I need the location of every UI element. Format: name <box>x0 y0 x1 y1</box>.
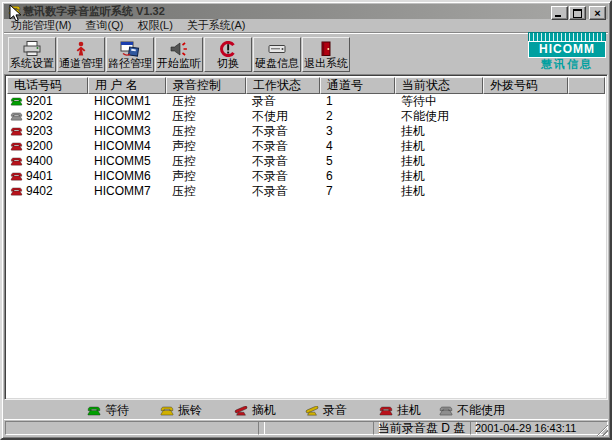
col-header-rec-control[interactable]: 录音控制 <box>166 77 246 94</box>
yellow-phone-icon <box>160 406 174 416</box>
table-row[interactable]: 9203 HICOMM3 压控 不录音 3 挂机 <box>7 124 605 139</box>
status-panel-blank-2 <box>258 421 380 435</box>
legend-item-waiting: 等待 <box>87 402 129 419</box>
toolbar-button-label: 硬盘信息 <box>255 57 299 69</box>
system-settings-button[interactable]: 系统设置 <box>8 37 56 72</box>
col-header-blank[interactable] <box>568 77 605 94</box>
red-phone-icon <box>379 406 393 416</box>
minimize-button[interactable] <box>551 6 568 20</box>
status-bar: 当前录音盘 D 盘 2001-04-29 16:43:11 <box>4 419 608 436</box>
legend-item-ringing: 振铃 <box>160 402 202 419</box>
phone-number: 9202 <box>26 109 53 124</box>
status-legend: 等待 振铃 摘机 录音 挂机 不能使用 <box>4 400 608 419</box>
menu-bar: 功能管理(M) 查询(Q) 权限(L) 关于系统(A) <box>4 19 608 33</box>
legend-item-offhook: 摘机 <box>234 402 276 419</box>
outbound-number <box>483 184 568 199</box>
table-row[interactable]: 9200 HICOMM4 声控 不录音 4 挂机 <box>7 139 605 154</box>
table-row[interactable]: 9401 HICOMM6 声控 不录音 6 挂机 <box>7 169 605 184</box>
red-phone-icon <box>10 157 23 166</box>
col-header-channel[interactable]: 通道号 <box>320 77 395 94</box>
channel-number: 2 <box>320 109 395 124</box>
gray-phone-icon <box>439 406 453 416</box>
legend-item-unusable: 不能使用 <box>439 402 505 419</box>
table-row[interactable]: 9202 HICOMM2 压控 不使用 2 不能使用 <box>7 109 605 124</box>
col-header-work-status[interactable]: 工作状态 <box>246 77 320 94</box>
table-row[interactable]: 9400 HICOMM5 压控 不录音 5 挂机 <box>7 154 605 169</box>
table-row[interactable]: 9402 HICOMM7 压控 不录音 7 挂机 <box>7 184 605 199</box>
legend-item-recording: 录音 <box>305 402 347 419</box>
yellow-handset-icon <box>305 406 319 416</box>
col-header-current-status[interactable]: 当前状态 <box>395 77 483 94</box>
menu-item-query[interactable]: 查询(Q) <box>79 18 131 33</box>
col-header-outbound[interactable]: 外拨号码 <box>483 77 568 94</box>
toolbar: 系统设置 通道管理 <box>4 33 608 74</box>
close-button[interactable]: × <box>589 6 606 20</box>
start-monitor-button[interactable]: 开始监听 <box>155 37 203 72</box>
red-phone-icon <box>10 142 23 151</box>
user-name: HICOMM3 <box>88 124 166 139</box>
exit-icon <box>316 40 336 57</box>
outbound-number <box>483 169 568 184</box>
red-phone-icon <box>10 187 23 196</box>
channel-number: 7 <box>320 184 395 199</box>
brand-logo: HICOMM 慧讯信息 <box>528 32 606 70</box>
current-status: 挂机 <box>395 154 483 169</box>
red-handset-icon <box>234 406 248 416</box>
work-status: 不录音 <box>246 124 320 139</box>
printer-icon <box>22 40 42 57</box>
user-name: HICOMM4 <box>88 139 166 154</box>
toolbar-button-label: 通道管理 <box>59 57 103 69</box>
toolbar-button-label: 切换 <box>217 57 239 69</box>
channel-number: 5 <box>320 154 395 169</box>
work-status: 不录音 <box>246 184 320 199</box>
speaker-icon <box>169 40 189 57</box>
switch-button[interactable]: 切换 <box>204 37 252 72</box>
user-name: HICOMM6 <box>88 169 166 184</box>
green-phone-icon <box>87 406 101 416</box>
legend-label: 挂机 <box>397 402 421 419</box>
phone-number: 9203 <box>26 124 53 139</box>
user-name: HICOMM2 <box>88 109 166 124</box>
legend-item-hangup: 挂机 <box>379 402 421 419</box>
work-status: 不使用 <box>246 109 320 124</box>
legend-label: 录音 <box>323 402 347 419</box>
current-status: 挂机 <box>395 169 483 184</box>
maximize-button[interactable] <box>569 6 586 20</box>
brand-name: HICOMM <box>528 41 606 58</box>
minimize-icon <box>555 15 561 17</box>
menu-item-privilege[interactable]: 权限(L) <box>130 18 179 33</box>
work-status: 不录音 <box>246 139 320 154</box>
legend-label: 不能使用 <box>457 402 505 419</box>
rec-control: 压控 <box>166 154 246 169</box>
rec-control: 压控 <box>166 124 246 139</box>
rec-control: 声控 <box>166 139 246 154</box>
rec-control: 压控 <box>166 94 246 109</box>
work-status: 不录音 <box>246 169 320 184</box>
channel-number: 6 <box>320 169 395 184</box>
toolbar-button-label: 开始监听 <box>157 57 201 69</box>
outbound-number <box>483 154 568 169</box>
red-phone-icon <box>10 127 23 136</box>
phone-number: 9201 <box>26 94 53 109</box>
red-phone-icon <box>10 172 23 181</box>
outbound-number <box>483 124 568 139</box>
current-status: 不能使用 <box>395 109 483 124</box>
menu-item-about[interactable]: 关于系统(A) <box>180 18 253 33</box>
col-header-phone[interactable]: 电话号码 <box>7 77 88 94</box>
brand-caption: 慧讯信息 <box>528 58 606 71</box>
outbound-number <box>483 109 568 124</box>
disk-info-button[interactable]: 硬盘信息 <box>253 37 301 72</box>
channel-management-button[interactable]: 通道管理 <box>57 37 105 72</box>
channel-table: 电话号码 用 户 名 录音控制 工作状态 通道号 当前状态 外拨号码 9201 … <box>4 74 608 400</box>
current-status: 挂机 <box>395 139 483 154</box>
table-row[interactable]: 9201 HICOMM1 压控 录音 1 等待中 <box>7 94 605 109</box>
exit-button[interactable]: 退出系统 <box>302 37 350 72</box>
toolbar-button-label: 系统设置 <box>10 57 54 69</box>
channel-number: 1 <box>320 94 395 109</box>
title-bar[interactable]: 慧讯数字录音监听系统 V1.32 × <box>4 4 608 19</box>
col-header-user[interactable]: 用 户 名 <box>88 77 166 94</box>
outbound-number <box>483 94 568 109</box>
user-name: HICOMM1 <box>88 94 166 109</box>
path-management-button[interactable]: 路径管理 <box>106 37 154 72</box>
phone-number: 9400 <box>26 154 53 169</box>
